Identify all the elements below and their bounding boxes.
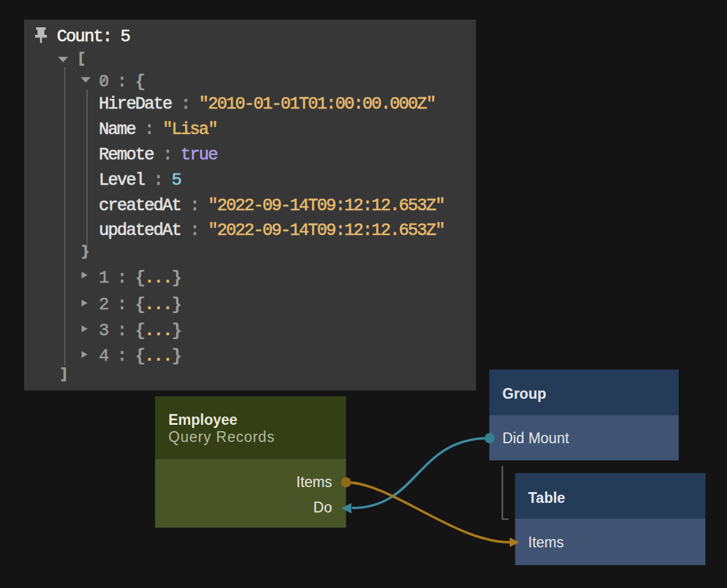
svg-text:}: } <box>81 244 90 260</box>
svg-text:HireDate : "2010-01-01T01:00:0: HireDate : "2010-01-01T01:00:00.000Z" <box>99 95 435 114</box>
svg-text:createdAt : "2022-09-14T09:12:: createdAt : "2022-09-14T09:12:12.653Z" <box>99 196 445 215</box>
svg-text:Do: Do <box>313 499 332 516</box>
svg-text:0 : {: 0 : { <box>99 72 145 91</box>
svg-text:Items: Items <box>296 474 332 490</box>
svg-text:Table: Table <box>528 490 565 506</box>
svg-text:Count: 5: Count: 5 <box>57 27 130 46</box>
svg-text:Items: Items <box>528 534 564 551</box>
svg-text:Did Mount: Did Mount <box>503 430 569 446</box>
svg-text:4 : {...}: 4 : {...} <box>99 347 181 366</box>
svg-text:Query Records: Query Records <box>168 429 275 445</box>
svg-text:3 : {...}: 3 : {...} <box>99 321 181 340</box>
svg-text:[: [ <box>78 51 86 67</box>
svg-text:updatedAt : "2022-09-14T09:12:: updatedAt : "2022-09-14T09:12:12.653Z" <box>99 221 445 240</box>
svg-text:1 : {...}: 1 : {...} <box>99 269 181 288</box>
svg-text:Employee: Employee <box>168 411 238 428</box>
svg-text:Group: Group <box>503 385 547 402</box>
svg-text:2 : {...}: 2 : {...} <box>99 295 181 314</box>
svg-text:]: ] <box>60 366 68 382</box>
svg-text:Remote : true: Remote : true <box>99 145 218 164</box>
svg-text:Name : "Lisa": Name : "Lisa" <box>99 120 217 139</box>
svg-text:Level : 5: Level : 5 <box>99 171 181 190</box>
